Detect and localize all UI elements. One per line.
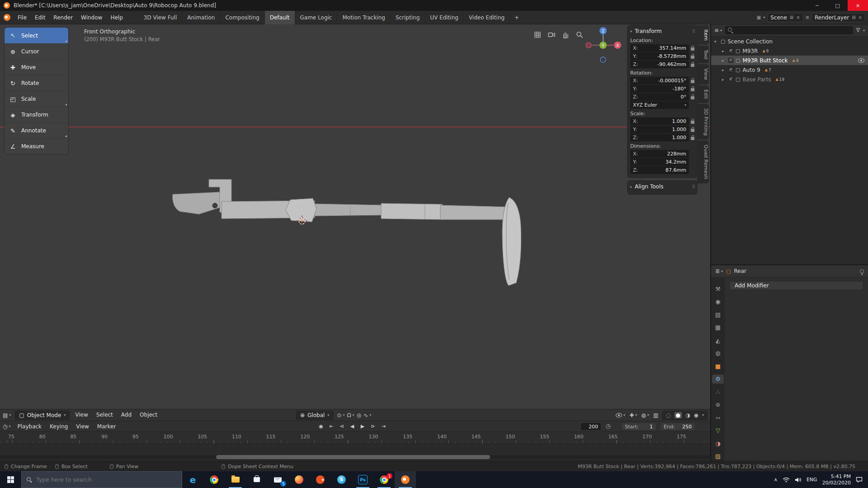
- hidden-icons-chevron[interactable]: ∧: [774, 477, 778, 483]
- taskbar-app-blender[interactable]: [395, 471, 416, 488]
- mesh-object-rear[interactable]: [172, 178, 527, 289]
- align-tools-panel-header[interactable]: ▸ Align Tools ⠿: [630, 183, 694, 191]
- taskbar-app-photoshop[interactable]: Ps: [352, 471, 373, 488]
- timeline-menu-view[interactable]: View: [72, 421, 93, 432]
- navigation-axis-gizmo[interactable]: Z X Y: [585, 27, 621, 63]
- taskbar-app-photos[interactable]: [288, 471, 310, 488]
- search-input[interactable]: [36, 476, 177, 483]
- jump-to-start-button[interactable]: ⇤: [327, 422, 336, 431]
- current-frame-field[interactable]: 200: [580, 422, 601, 431]
- properties-tab-texture[interactable]: ▨: [712, 452, 724, 461]
- remove-viewlayer-icon[interactable]: ×: [859, 15, 862, 20]
- expand-arrow-icon[interactable]: ▸: [722, 58, 726, 63]
- timeline-scrollbar-thumb[interactable]: [216, 455, 490, 459]
- taskbar-app-file-explorer[interactable]: [225, 471, 246, 488]
- panel-drag-dots-icon[interactable]: ⠿: [692, 29, 694, 34]
- timeline-menu-playback[interactable]: Playback: [14, 421, 46, 432]
- wifi-icon[interactable]: [783, 477, 790, 483]
- play-button[interactable]: ▶: [358, 422, 367, 431]
- taskbar-app-edge[interactable]: e: [182, 471, 203, 488]
- outliner-row-scene-collection[interactable]: ▾ ▢ Scene Collection: [711, 37, 868, 46]
- lock-icon[interactable]: [691, 121, 694, 124]
- outliner-editor-type-button[interactable]: ≡ ▾: [714, 27, 722, 33]
- collection-checkbox[interactable]: [728, 67, 733, 72]
- menu-file[interactable]: File: [14, 11, 31, 24]
- tool-select[interactable]: ↖ Select: [5, 28, 68, 43]
- shading-rendered-button[interactable]: ◉: [694, 412, 698, 418]
- lock-icon[interactable]: [691, 64, 694, 67]
- new-scene-icon[interactable]: ⊞: [790, 15, 793, 20]
- gizmos-dropdown[interactable]: ✚ ▾: [629, 412, 637, 418]
- viewport-menu-view[interactable]: View: [71, 409, 92, 421]
- new-viewlayer-icon[interactable]: ⊞: [852, 15, 855, 20]
- viewport-menu-object[interactable]: Object: [136, 409, 161, 421]
- lock-icon[interactable]: [691, 137, 694, 140]
- properties-tab-scene[interactable]: ◭: [712, 336, 724, 345]
- properties-tab-output[interactable]: ▤: [712, 310, 724, 319]
- proportional-editing-toggle[interactable]: ◎: [357, 412, 361, 418]
- tool-move[interactable]: ✚ Move: [5, 59, 68, 75]
- workspace-tab-animation[interactable]: Animation: [182, 11, 220, 24]
- sidebar-tab-item[interactable]: Item: [697, 25, 709, 45]
- menu-edit[interactable]: Edit: [31, 11, 49, 24]
- panel-drag-dots-icon[interactable]: ⠿: [692, 184, 694, 189]
- prev-keyframe-button[interactable]: ⊲: [337, 422, 346, 431]
- panel-expand-icon[interactable]: ▾: [630, 29, 632, 33]
- location-z-field[interactable]: Z: -90.462mm: [630, 61, 689, 68]
- sidebar-tab-tool[interactable]: Tool: [697, 46, 709, 63]
- workspace-tab-3d-view-full[interactable]: 3D View Full: [139, 11, 183, 24]
- location-x-field[interactable]: X: 357.14mm: [630, 44, 689, 52]
- start-button[interactable]: [0, 471, 21, 488]
- timeline-menu-marker[interactable]: Marker: [93, 421, 120, 432]
- collection-checkbox[interactable]: [728, 58, 733, 63]
- dimensions-x-field[interactable]: X: 228mm: [630, 150, 689, 158]
- taskbar-app-skype[interactable]: S: [331, 471, 352, 488]
- outliner-row-m93r-butt-stock[interactable]: ▸ ▢ M93R Butt Stock ▲ 4: [711, 56, 868, 65]
- rotation-y-field[interactable]: Y: -180°: [630, 85, 689, 93]
- rotation-z-field[interactable]: Z: 0°: [630, 93, 689, 101]
- outliner-row-base-parts[interactable]: ▸ ▢ Base Parts ▲ 19: [711, 75, 868, 84]
- properties-tab-render[interactable]: ◉: [712, 297, 724, 307]
- workspace-tab-video-editing[interactable]: Video Editing: [464, 11, 510, 24]
- chevron-down-icon[interactable]: ▾: [863, 28, 865, 33]
- expand-arrow-icon[interactable]: ▸: [722, 77, 726, 82]
- scale-x-field[interactable]: X: 1.000: [630, 117, 689, 125]
- collection-checkbox[interactable]: [728, 77, 733, 82]
- menu-render[interactable]: Render: [49, 11, 77, 24]
- next-keyframe-button[interactable]: ⊳: [368, 422, 377, 431]
- visibility-eye-icon[interactable]: [858, 58, 864, 63]
- viewport-menu-add[interactable]: Add: [117, 409, 136, 421]
- taskbar-app-chrome-2[interactable]: 1: [373, 471, 395, 488]
- tool-rotate[interactable]: ↻ Rotate: [5, 75, 68, 91]
- workspace-tab-uv-editing[interactable]: UV Editing: [425, 11, 464, 24]
- viewlayer-selector[interactable]: RenderLayer ⊞ ×: [811, 13, 865, 22]
- transform-orientation-dropdown[interactable]: ⊕ Global ▾: [296, 411, 333, 420]
- expand-arrow-icon[interactable]: ▸: [722, 49, 726, 53]
- workspace-tab-motion-tracking[interactable]: Motion Tracking: [337, 11, 390, 24]
- tool-annotate[interactable]: ✎ Annotate: [5, 122, 68, 138]
- lock-icon[interactable]: [691, 88, 694, 91]
- object-visibility-dropdown[interactable]: ▾: [616, 413, 625, 418]
- scene-browse-icon[interactable]: ▦: [757, 15, 761, 20]
- jump-to-end-button[interactable]: ⇥: [379, 422, 388, 431]
- sidebar-tab-3d-printing[interactable]: 3D Printing: [697, 104, 709, 140]
- taskbar-app-chrome[interactable]: [203, 471, 225, 488]
- unlink-scene-icon[interactable]: ×: [796, 15, 800, 20]
- lock-icon[interactable]: [691, 47, 694, 51]
- outliner-row-auto-9[interactable]: ▸ ▢ Auto 9 ▲ 7: [711, 65, 868, 75]
- add-workspace-button[interactable]: +: [510, 11, 524, 24]
- filter-icon[interactable]: ∇: [856, 27, 860, 33]
- pin-icon[interactable]: [860, 269, 864, 273]
- sidebar-tab-quad-remesh[interactable]: Quad Remesh: [697, 141, 709, 183]
- properties-tab-physics[interactable]: ⊚: [712, 400, 724, 410]
- overlays-dropdown[interactable]: ◍ ▾: [641, 412, 649, 418]
- scale-z-field[interactable]: Z: 1.000: [630, 134, 689, 141]
- menu-window[interactable]: Window: [77, 11, 106, 24]
- timeline-editor-type-button[interactable]: ◷ ▾: [0, 423, 14, 430]
- transform-panel-header[interactable]: ▾ Transform ⠿: [630, 27, 694, 36]
- properties-tab-object[interactable]: ■: [712, 361, 724, 371]
- camera-view-icon[interactable]: [547, 31, 556, 39]
- workspace-tab-default[interactable]: Default: [265, 11, 295, 24]
- properties-tab-view-layer[interactable]: ▦: [712, 323, 724, 333]
- auto-key-button[interactable]: ◉: [316, 422, 326, 431]
